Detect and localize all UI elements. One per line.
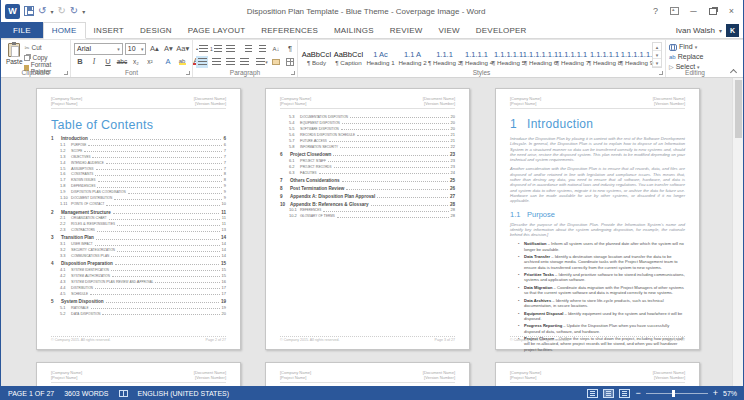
bold-button[interactable]: B [74, 56, 86, 68]
styles-scroll-up-button[interactable]: ▴ [653, 43, 661, 51]
style-heading-4[interactable]: 1.1.1.1¶ Heading 4 [461, 42, 492, 68]
tab-mailings[interactable]: MAILINGS [326, 22, 382, 38]
web-layout-button[interactable] [619, 389, 630, 398]
undo-button[interactable]: ↺ [38, 6, 46, 16]
styles-more-button[interactable]: ▾ [653, 59, 661, 67]
undo-dropdown-caret[interactable]: ▾ [50, 8, 53, 15]
font-dialog-launcher[interactable] [186, 71, 190, 75]
align-center-button[interactable] [210, 56, 222, 68]
styles-group-label: Styles [298, 68, 665, 77]
increase-indent-button[interactable] [256, 43, 268, 55]
style-heading-2[interactable]: 1.1 AHeading 2 [397, 42, 428, 68]
subscript-button[interactable]: x₂ [130, 56, 142, 68]
highlight-color-button[interactable]: ab [176, 56, 188, 68]
repeat-button[interactable]: ↻ [70, 6, 78, 16]
word-app-icon[interactable]: W [5, 4, 20, 19]
grow-font-button[interactable]: A▴ [148, 43, 160, 55]
superscript-button[interactable]: x² [144, 56, 156, 68]
replace-button[interactable]: abReplace [669, 52, 721, 61]
toc-label: Contractors [71, 228, 95, 232]
page-toc-1[interactable]: [Company Name][Project Name] [Document N… [36, 88, 241, 350]
tab-references[interactable]: REFERENCES [253, 22, 326, 38]
style-heading-7[interactable]: 1.1.1.1.1¶ Heading 7 [557, 42, 588, 68]
proofing-icon[interactable] [119, 390, 128, 397]
style-preview: 1.1.1.1.1.1 [523, 50, 558, 59]
align-left-button[interactable] [196, 56, 208, 68]
language-indicator[interactable]: ENGLISH (UNITED STATES) [138, 390, 230, 397]
tab-page-layout[interactable]: PAGE LAYOUT [180, 22, 253, 38]
page-partial-2[interactable]: [Company Name][Project Name] [Document N… [265, 362, 470, 386]
bullets-button[interactable]: • [196, 43, 208, 55]
sort-button[interactable]: A↓ [270, 43, 282, 55]
minimize-button[interactable]: ─ [685, 4, 702, 19]
style-body[interactable]: AaBbCcI¶ Body [301, 42, 332, 68]
find-button[interactable]: Find▾ [669, 42, 721, 51]
page-partial-3[interactable]: [Company Name][Project Name] [Document N… [495, 362, 700, 386]
tab-insert[interactable]: INSERT [86, 22, 132, 38]
page-header: [Company Name][Project Name] [Document N… [510, 370, 685, 383]
clipboard-dialog-launcher[interactable] [64, 71, 68, 75]
close-button[interactable]: × [723, 4, 740, 19]
style-heading-6[interactable]: 1.1.1.1.1.1¶ Heading 6 [525, 42, 556, 68]
tab-view[interactable]: VIEW [431, 22, 468, 38]
style-heading-3[interactable]: 1.1.1¶ Heading 3 [429, 42, 460, 68]
style-heading-9[interactable]: 1.1.1.1.1.¶ Heading 9 [621, 42, 652, 68]
page-partial-1[interactable]: [Company Name][Project Name] [Document N… [36, 362, 241, 386]
toc-page-number: 23 [450, 152, 455, 157]
text-effects-button[interactable]: A [162, 56, 174, 68]
print-layout-button[interactable] [603, 389, 614, 398]
account-area[interactable]: Ivan Walsh ▾ K [676, 22, 743, 38]
vertical-scrollbar[interactable] [732, 78, 743, 386]
change-case-button[interactable]: Aa▾ [176, 43, 189, 55]
editing-group-label: Editing [666, 68, 724, 77]
redo-button[interactable]: ↻ [57, 6, 65, 16]
toc-number: 1.6 [60, 172, 71, 176]
page-introduction[interactable]: [Company Name][Project Name] [Document N… [495, 88, 700, 350]
collapse-ribbon-button[interactable] [730, 69, 737, 74]
show-hide-marks-button[interactable]: ¶ [284, 43, 296, 55]
help-button[interactable]: ? [647, 4, 664, 19]
font-size-combobox[interactable]: 10▾ [125, 43, 147, 55]
scrollbar-thumb[interactable] [735, 80, 742, 138]
tab-design[interactable]: DESIGN [132, 22, 180, 38]
shading-button[interactable] [270, 56, 282, 68]
borders-button[interactable] [284, 56, 296, 68]
shrink-font-button[interactable]: A▾ [162, 43, 174, 55]
page-indicator[interactable]: PAGE 1 OF 27 [8, 390, 54, 397]
strikethrough-button[interactable]: abc [116, 56, 128, 68]
style-heading-8[interactable]: 1.1.1.1.1¶ Heading 8 [589, 42, 620, 68]
account-avatar[interactable]: K [726, 24, 739, 37]
zoom-level[interactable]: 57% [723, 390, 737, 397]
decrease-indent-button[interactable] [242, 43, 254, 55]
paragraph-dialog-launcher[interactable] [291, 71, 295, 75]
tab-review[interactable]: REVIEW [382, 22, 431, 38]
style-heading-5[interactable]: 1.1.1.1.1¶ Heading 5 [493, 42, 524, 68]
ribbon-display-options-button[interactable] [666, 4, 683, 19]
styles-dialog-launcher[interactable] [659, 71, 663, 75]
style-caption[interactable]: AaBbCcI¶ Caption [333, 42, 364, 68]
zoom-slider-thumb[interactable] [672, 390, 675, 397]
styles-scroll-down-button[interactable]: ▾ [653, 51, 661, 59]
tab-home[interactable]: HOME [43, 22, 86, 39]
zoom-in-button[interactable]: + [713, 389, 718, 398]
save-button[interactable] [24, 6, 34, 16]
justify-button[interactable] [238, 56, 250, 68]
multilevel-list-button[interactable] [224, 43, 236, 55]
font-name-combobox[interactable]: Arial▾ [74, 43, 123, 55]
cut-button[interactable]: ✂Cut [24, 43, 67, 52]
zoom-out-button[interactable]: − [635, 389, 640, 398]
italic-button[interactable]: I [88, 56, 100, 68]
tab-file[interactable]: FILE [1, 22, 43, 38]
word-count[interactable]: 3603 WORDS [64, 390, 108, 397]
read-mode-button[interactable] [587, 389, 598, 398]
align-right-button[interactable] [224, 56, 236, 68]
numbering-button[interactable]: 1 [210, 43, 222, 55]
page-toc-2[interactable]: [Company Name][Project Name] [Document N… [265, 88, 470, 350]
zoom-slider[interactable] [646, 393, 708, 394]
restore-button[interactable] [704, 4, 721, 19]
underline-button[interactable]: U [102, 56, 114, 68]
style-heading-1[interactable]: 1 AcHeading 1 [365, 42, 396, 68]
tab-developer[interactable]: DEVELOPER [468, 22, 535, 38]
line-spacing-button[interactable]: ▾ [256, 56, 268, 68]
toc-leader [333, 155, 448, 156]
